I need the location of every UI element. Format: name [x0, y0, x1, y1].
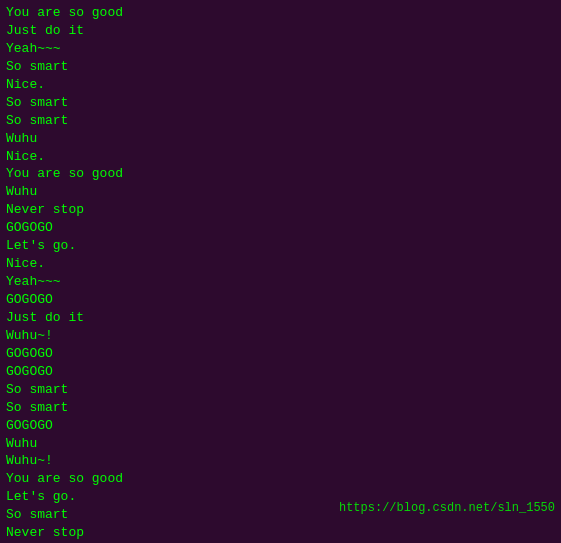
output-line: Let's go. [6, 237, 555, 255]
output-line: GOGOGO [6, 219, 555, 237]
output-line: Just do it [6, 22, 555, 40]
watermark: https://blog.csdn.net/sln_1550 [339, 501, 555, 515]
output-lines: You are so goodJust do itYeah~~~So smart… [6, 4, 555, 543]
output-line: So smart [6, 112, 555, 130]
output-line: Wuhu~! [6, 327, 555, 345]
output-line: Yeah~~~ [6, 40, 555, 58]
output-line: Wuhu [6, 435, 555, 453]
output-line: You are so good [6, 4, 555, 22]
output-line: GOGOGO [6, 417, 555, 435]
output-line: Nice. [6, 76, 555, 94]
output-line: So smart [6, 94, 555, 112]
output-line: So smart [6, 381, 555, 399]
output-line: Wuhu [6, 130, 555, 148]
output-line: GOGOGO [6, 291, 555, 309]
output-line: Never stop [6, 201, 555, 219]
output-line: Yeah~~~ [6, 273, 555, 291]
output-line: You are so good [6, 470, 555, 488]
output-line: Wuhu [6, 183, 555, 201]
output-line: So smart [6, 399, 555, 417]
output-line: Wuhu~! [6, 452, 555, 470]
output-line: Never stop [6, 524, 555, 542]
output-line: So smart [6, 58, 555, 76]
output-line: You are so good [6, 165, 555, 183]
output-line: GOGOGO [6, 345, 555, 363]
output-line: Just do it [6, 309, 555, 327]
terminal: You are so goodJust do itYeah~~~So smart… [0, 0, 561, 543]
output-line: GOGOGO [6, 363, 555, 381]
output-line: Nice. [6, 255, 555, 273]
output-line: Nice. [6, 148, 555, 166]
